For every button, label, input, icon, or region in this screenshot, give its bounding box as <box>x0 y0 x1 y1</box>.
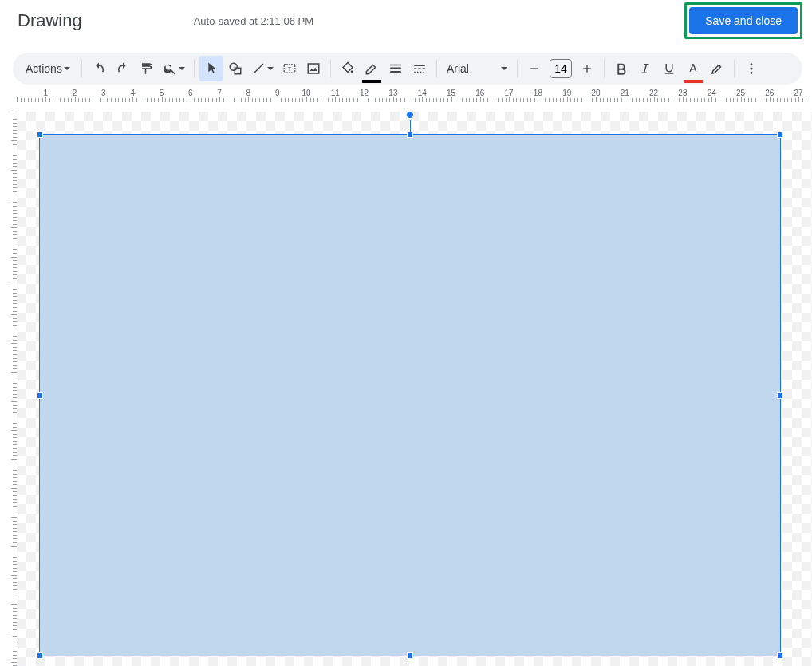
zoom-menu[interactable] <box>159 56 189 81</box>
canvas[interactable] <box>17 112 812 666</box>
image-icon <box>306 61 321 76</box>
svg-rect-7 <box>390 68 401 69</box>
underline-icon <box>662 61 676 76</box>
separator <box>517 60 518 77</box>
border-dash-button[interactable] <box>408 56 432 81</box>
line-dash-icon <box>412 61 427 76</box>
svg-rect-10 <box>530 68 538 69</box>
border-weight-button[interactable] <box>384 56 408 81</box>
cursor-icon <box>204 61 219 76</box>
save-highlight: Save and close <box>684 2 802 39</box>
autosave-status: Auto-saved at 2:11:06 PM <box>194 15 313 27</box>
resize-handle-tr[interactable] <box>777 132 783 138</box>
svg-rect-4 <box>308 64 319 73</box>
caret-down-icon <box>179 67 185 70</box>
font-size-control <box>522 56 599 81</box>
line-icon <box>251 61 266 76</box>
font-size-increase[interactable] <box>575 56 599 81</box>
textbox-icon: T <box>282 61 297 76</box>
resize-handle-br[interactable] <box>777 652 783 659</box>
actions-menu[interactable]: Actions <box>19 56 77 81</box>
resize-handle-tl[interactable] <box>37 132 43 138</box>
text-color-button[interactable] <box>681 56 705 81</box>
page-title: Drawing <box>18 10 82 31</box>
resize-handle-tc[interactable] <box>407 132 413 138</box>
selected-rectangle-shape[interactable] <box>39 134 781 656</box>
separator <box>734 60 735 77</box>
minus-icon <box>528 62 541 75</box>
shapes-icon <box>228 61 242 76</box>
font-size-input[interactable] <box>550 59 572 78</box>
bold-button[interactable] <box>609 56 633 81</box>
toolbar: Actions T Arial <box>13 53 802 85</box>
redo-button[interactable] <box>111 56 135 81</box>
svg-rect-1 <box>235 68 241 74</box>
more-vert-icon <box>744 61 759 76</box>
actions-label: Actions <box>26 62 62 75</box>
italic-button[interactable] <box>633 56 657 81</box>
separator <box>194 60 195 77</box>
svg-point-13 <box>750 63 752 65</box>
fill-color-button[interactable] <box>336 56 360 81</box>
undo-icon <box>92 61 106 76</box>
svg-point-5 <box>351 70 353 73</box>
resize-handle-bc[interactable] <box>407 652 413 659</box>
fill-icon <box>341 61 355 76</box>
svg-rect-8 <box>390 71 401 73</box>
line-weight-icon <box>388 61 403 76</box>
shape-menu[interactable] <box>223 56 247 81</box>
caret-down-icon <box>64 67 70 70</box>
save-and-close-button[interactable]: Save and close <box>689 7 798 34</box>
more-options-button[interactable] <box>739 56 763 81</box>
underline-button[interactable] <box>657 56 681 81</box>
font-family-select[interactable]: Arial <box>442 56 512 81</box>
svg-point-14 <box>750 68 752 70</box>
resize-handle-ml[interactable] <box>37 392 43 399</box>
border-color-button[interactable] <box>360 56 384 81</box>
svg-point-15 <box>750 72 752 74</box>
separator <box>604 60 605 77</box>
zoom-icon <box>163 61 177 76</box>
line-menu[interactable] <box>247 56 278 81</box>
horizontal-ruler: 1234567891011121314151617181920212223242… <box>17 88 812 102</box>
resize-handle-mr[interactable] <box>777 392 783 399</box>
plus-icon <box>581 62 593 75</box>
resize-handle-bl[interactable] <box>37 652 43 659</box>
undo-button[interactable] <box>87 56 111 81</box>
paint-roller-icon <box>140 61 154 76</box>
text-color-icon <box>686 61 700 76</box>
caret-down-icon <box>267 67 274 70</box>
font-size-decrease[interactable] <box>522 56 546 81</box>
svg-point-0 <box>230 63 237 70</box>
paint-format-button[interactable] <box>135 56 159 81</box>
bold-icon <box>614 61 629 76</box>
highlighter-icon <box>710 61 724 76</box>
font-family-label: Arial <box>447 62 469 75</box>
highlight-color-button[interactable] <box>705 56 729 81</box>
rotation-handle[interactable] <box>406 111 414 119</box>
svg-rect-12 <box>586 65 587 72</box>
redo-icon <box>116 61 130 76</box>
separator <box>436 60 437 77</box>
vertical-ruler <box>0 112 17 666</box>
caret-down-icon <box>501 67 507 70</box>
svg-rect-6 <box>390 65 401 66</box>
image-button[interactable] <box>302 56 325 81</box>
svg-rect-9 <box>414 65 425 67</box>
separator <box>81 60 82 77</box>
svg-text:T: T <box>288 65 292 73</box>
select-tool[interactable] <box>199 56 223 81</box>
separator <box>330 60 331 77</box>
italic-icon <box>638 61 652 76</box>
pencil-icon <box>365 61 379 76</box>
textbox-button[interactable]: T <box>278 56 302 81</box>
